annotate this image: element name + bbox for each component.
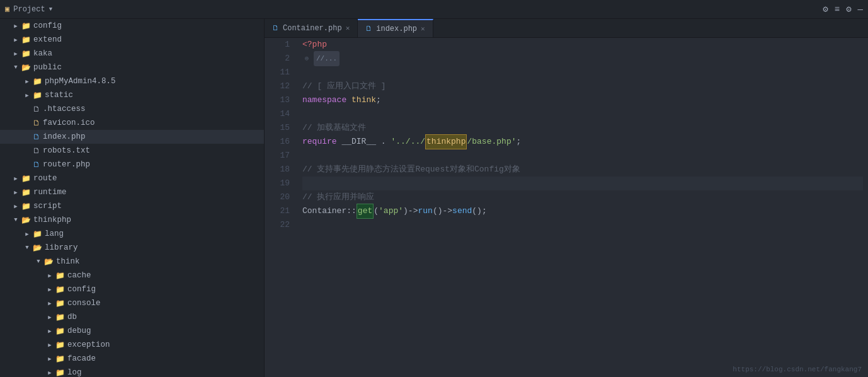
folder-icon: 📂 xyxy=(33,243,42,253)
sidebar-item-extend[interactable]: 📁 extend xyxy=(0,33,264,47)
sidebar-item-public[interactable]: 📂 public xyxy=(0,61,264,74)
item-label: db xyxy=(67,313,77,322)
expand-arrow-phpmyadmin[interactable] xyxy=(23,77,31,86)
settings-icon[interactable]: ⚙ xyxy=(823,4,828,14)
expand-arrow-console[interactable] xyxy=(45,299,54,308)
sidebar-item-log[interactable]: 📁 log xyxy=(0,366,264,377)
folder-icon: 📁 xyxy=(21,49,31,59)
sidebar-item-cache[interactable]: 📁 cache xyxy=(0,269,264,282)
paren-open: ( xyxy=(374,204,379,218)
editor-content[interactable]: 1 2 11 12 13 14 15 16 17 18 19 20 21 22 … xyxy=(265,38,868,377)
sidebar-item-htaccess[interactable]: 🗋 .htaccess xyxy=(0,102,264,116)
leaf-spacer xyxy=(23,146,31,155)
sidebar-item-phpmyadmin[interactable]: 📁 phpMyAdmin4.8.5 xyxy=(0,74,264,88)
code-line-12: // [ 应用入口文件 ] xyxy=(302,79,863,93)
sidebar-item-runtime[interactable]: 📁 runtime xyxy=(0,185,264,199)
sidebar-item-favicon[interactable]: 🗋 favicon.ico xyxy=(0,116,264,130)
line-num-11: 11 xyxy=(272,66,290,79)
expand-arrow-think[interactable] xyxy=(34,257,43,266)
sidebar-item-exception[interactable]: 📁 exception xyxy=(0,338,264,352)
namespace-think: think xyxy=(351,93,376,107)
expand-arrow-cache[interactable] xyxy=(45,271,54,280)
expand-arrow-runtime[interactable] xyxy=(11,188,20,197)
dropdown-arrow[interactable]: ▼ xyxy=(49,6,52,13)
code-line-20: // 执行应用并响应 xyxy=(302,190,863,204)
folder-icon: 📁 xyxy=(55,327,65,336)
split-icon[interactable]: ≡ xyxy=(835,4,840,14)
sidebar-item-kaka[interactable]: 📁 kaka xyxy=(0,47,264,61)
expand-arrow-static[interactable] xyxy=(23,91,31,100)
code-line-11 xyxy=(302,66,863,79)
item-label: router.php xyxy=(43,160,90,169)
expand-arrow-extend[interactable] xyxy=(11,35,20,44)
sidebar-item-think[interactable]: 📂 think xyxy=(0,255,264,269)
tab-container-php[interactable]: 🗋 Container.php ✕ xyxy=(265,19,358,37)
leaf-spacer xyxy=(23,132,31,141)
line-num-13: 13 xyxy=(272,93,290,107)
item-label: script xyxy=(33,202,62,211)
expand-arrow-exception[interactable] xyxy=(45,340,54,349)
expand-arrow-thinkphp[interactable] xyxy=(11,216,20,224)
sidebar-item-config[interactable]: 📁 config xyxy=(0,19,264,33)
leaf-spacer xyxy=(23,105,31,113)
sidebar-item-console[interactable]: 📁 console xyxy=(0,296,264,310)
sidebar-item-thinkphp[interactable]: 📂 thinkphp xyxy=(0,213,264,227)
expand-arrow-library[interactable] xyxy=(23,243,31,252)
keyword-namespace: namespace xyxy=(302,93,346,107)
string-highlight-thinkphp: thinkphp xyxy=(425,134,467,149)
code-line-22 xyxy=(302,218,863,232)
sidebar-item-facade[interactable]: 📁 facade xyxy=(0,352,264,366)
item-label: config xyxy=(33,21,62,30)
item-label: config xyxy=(67,285,96,294)
expand-arrow-lang[interactable] xyxy=(23,229,31,238)
tab-close-container[interactable]: ✕ xyxy=(346,24,350,32)
sidebar-item-static[interactable]: 📁 static xyxy=(0,88,264,102)
sidebar-item-script[interactable]: 📁 script xyxy=(0,199,264,213)
sidebar-item-library[interactable]: 📂 library xyxy=(0,241,264,255)
expand-arrow-script[interactable] xyxy=(11,202,20,211)
tab-index-php[interactable]: 🗋 index.php ✕ xyxy=(358,19,433,37)
expand-arrow-db[interactable] xyxy=(45,313,54,322)
item-label: route xyxy=(33,174,57,183)
folded-code[interactable]: //... xyxy=(314,51,340,66)
sidebar-item-index-php[interactable]: 🗋 index.php xyxy=(0,130,264,144)
folder-icon: 📂 xyxy=(44,257,54,267)
folder-icon: 📁 xyxy=(21,174,31,183)
code-line-15: // 加载基础文件 xyxy=(302,121,863,135)
sidebar-item-debug[interactable]: 📁 debug xyxy=(0,324,264,338)
sidebar-item-db[interactable]: 📁 db xyxy=(0,310,264,324)
expand-arrow-debug[interactable] xyxy=(45,327,54,335)
php-file-icon-active: 🗋 xyxy=(365,25,372,33)
sidebar[interactable]: 📁 config 📁 extend 📁 kaka 📂 public 📁 phpM… xyxy=(0,19,265,377)
sidebar-item-config2[interactable]: 📁 config xyxy=(0,282,264,296)
item-label: public xyxy=(33,63,62,72)
fold-indicator[interactable]: ⊕ xyxy=(302,52,311,66)
sidebar-item-lang[interactable]: 📁 lang xyxy=(0,227,264,241)
item-label: phpMyAdmin4.8.5 xyxy=(45,77,116,86)
expand-arrow-kaka[interactable] xyxy=(11,49,20,58)
title-bar-actions: ⚙ ≡ ⚙ — xyxy=(823,4,863,14)
comment-4: // 执行应用并响应 xyxy=(302,190,374,204)
folder-icon: 📁 xyxy=(55,368,65,378)
item-label: lang xyxy=(45,229,64,238)
expand-arrow-public[interactable] xyxy=(11,63,20,72)
file-icon: 🗋 xyxy=(33,160,40,170)
folder-icon: 📁 xyxy=(55,313,65,322)
expand-arrow-log[interactable] xyxy=(45,368,54,377)
item-label: favicon.ico xyxy=(43,119,95,127)
expand-arrow-facade[interactable] xyxy=(45,354,54,363)
tab-label-active: index.php xyxy=(376,25,417,33)
expand-arrow-config[interactable] xyxy=(11,21,20,30)
gear-icon[interactable]: ⚙ xyxy=(846,4,851,14)
sidebar-item-router[interactable]: 🗋 router.php xyxy=(0,158,264,171)
expand-arrow-route[interactable] xyxy=(11,174,20,183)
tab-close-index[interactable]: ✕ xyxy=(421,25,425,33)
sidebar-item-robots[interactable]: 🗋 robots.txt xyxy=(0,144,264,158)
semicolon: ; xyxy=(376,93,381,107)
expand-arrow-config2[interactable] xyxy=(45,285,54,294)
keyword-require: require xyxy=(302,135,337,149)
sidebar-item-route[interactable]: 📁 route xyxy=(0,171,264,185)
folder-icon: 📁 xyxy=(55,340,65,350)
minimize-icon[interactable]: — xyxy=(858,4,863,14)
tab-label: Container.php xyxy=(283,24,342,33)
